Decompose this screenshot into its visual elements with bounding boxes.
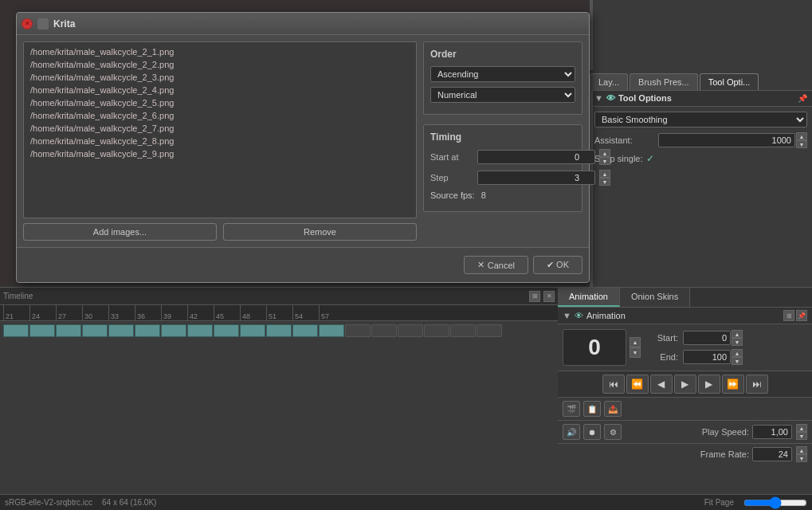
file-item-5[interactable]: /home/krita/male_walkcycle_2_5.png <box>27 96 413 109</box>
file-item-1[interactable]: /home/krita/male_walkcycle_2_1.png <box>27 45 413 58</box>
audio-btn[interactable]: 🔊 <box>563 424 580 440</box>
timeline-cell-1[interactable] <box>3 324 29 337</box>
eye-icon: 👁 <box>606 93 615 103</box>
timeline-cell-11[interactable] <box>266 324 292 337</box>
zoom-slider[interactable] <box>743 499 807 507</box>
end-input[interactable] <box>683 350 731 364</box>
order-type-select[interactable]: Numerical Alphabetical <box>430 87 575 103</box>
prev-keyframe-btn[interactable]: ⏪ <box>626 375 649 394</box>
start-down-btn[interactable]: ▼ <box>732 338 743 346</box>
step-down[interactable]: ▼ <box>599 178 610 186</box>
ok-button[interactable]: ✔ OK <box>533 256 583 274</box>
start-at-up[interactable]: ▲ <box>599 149 610 157</box>
cancel-button[interactable]: ✕ Cancel <box>464 256 528 274</box>
tab-animation[interactable]: Animation <box>558 288 620 307</box>
ruler-tick-57: 57 <box>319 305 345 320</box>
tab-layers[interactable]: Lay... <box>590 73 628 90</box>
start-at-input[interactable] <box>477 150 595 164</box>
timeline-ruler: 21 24 27 30 33 36 39 42 45 48 51 54 57 <box>0 305 558 321</box>
speed-area: Play Speed: ▲ ▼ <box>702 424 807 440</box>
frame-rate-down-btn[interactable]: ▼ <box>796 454 807 462</box>
settings-btn[interactable]: ⚙ <box>604 424 622 440</box>
assistant-up-btn[interactable]: ▲ <box>796 132 807 140</box>
timeline-cell-19[interactable] <box>477 324 502 337</box>
frame-up-btn[interactable]: ▲ <box>630 337 641 347</box>
timeline-expand-btn[interactable]: ⊞ <box>529 291 540 302</box>
timeline-cell-13[interactable] <box>319 324 344 337</box>
timeline-cell-2[interactable] <box>29 324 55 337</box>
timeline-area: Timeline ⊞ ✕ 21 24 27 30 33 36 39 42 45 … <box>0 287 558 510</box>
timeline-cell-6[interactable] <box>135 324 160 337</box>
panel-expand-btn[interactable]: ⊞ <box>783 310 794 321</box>
step-up[interactable]: ▲ <box>599 170 610 178</box>
timeline-cell-4[interactable] <box>82 324 108 337</box>
file-item-8[interactable]: /home/krita/male_walkcycle_2_8.png <box>27 135 413 147</box>
assistant-down-btn[interactable]: ▼ <box>796 140 807 148</box>
tab-brush-presets[interactable]: Brush Pres... <box>630 73 698 90</box>
file-item-2[interactable]: /home/krita/male_walkcycle_2_2.png <box>27 58 413 71</box>
smoothing-select[interactable]: Basic Smoothing Stabilizer None <box>594 112 807 128</box>
timeline-cell-16[interactable] <box>398 324 423 337</box>
remove-btn[interactable]: Remove <box>223 223 417 241</box>
tool-options-section: ▼ 👁 Tool Options 📌 Basic Smoothing Stabi… <box>590 90 812 174</box>
ruler-tick-24: 24 <box>29 305 56 320</box>
timeline-cell-8[interactable] <box>187 324 213 337</box>
assistant-row: Assistant: ▲ ▼ <box>594 132 807 148</box>
frame-rate-up-btn[interactable]: ▲ <box>796 446 807 454</box>
start-up-btn[interactable]: ▲ <box>732 330 743 338</box>
timeline-cell-7[interactable] <box>161 324 186 337</box>
frame-rate-input[interactable] <box>752 447 792 461</box>
timeline-cell-5[interactable] <box>108 324 134 337</box>
speed-down-btn[interactable]: ▼ <box>796 432 807 440</box>
timeline-cell-14[interactable] <box>345 324 371 337</box>
step-input[interactable] <box>477 171 595 185</box>
frame-rate-label: Frame Rate: <box>700 449 749 459</box>
tab-onion-skins[interactable]: Onion Skins <box>620 288 690 307</box>
skip-to-end-btn[interactable]: ⏭ <box>746 375 768 394</box>
timeline-cell-10[interactable] <box>240 324 265 337</box>
assistant-input[interactable] <box>658 133 795 147</box>
add-images-btn[interactable]: Add images... <box>23 223 217 241</box>
frame-down-btn[interactable]: ▼ <box>630 347 641 358</box>
dialog-titlebar: ✕ Krita <box>17 13 589 35</box>
file-item-7[interactable]: /home/krita/male_walkcycle_2_7.png <box>27 122 413 135</box>
timeline-cell-17[interactable] <box>424 324 449 337</box>
end-down-btn[interactable]: ▼ <box>732 357 743 365</box>
export-btn[interactable]: 📤 <box>604 401 622 417</box>
timeline-cell-12[interactable] <box>292 324 318 337</box>
start-at-row: Start at ▲ ▼ <box>430 149 575 165</box>
start-at-down[interactable]: ▼ <box>599 157 610 165</box>
play-btn[interactable]: ▶ <box>674 375 696 394</box>
end-up-btn[interactable]: ▲ <box>732 349 743 357</box>
next-frame-btn[interactable]: ▶ <box>698 375 720 394</box>
file-item-3[interactable]: /home/krita/male_walkcycle_2_3.png <box>27 71 413 84</box>
start-input[interactable] <box>683 331 731 345</box>
file-item-4[interactable]: /home/krita/male_walkcycle_2_4.png <box>27 84 413 96</box>
file-item-9[interactable]: /home/krita/male_walkcycle_2_9.png <box>27 147 413 160</box>
play-speed-input[interactable] <box>752 425 792 439</box>
order-direction-select[interactable]: Ascending Descending <box>430 66 575 82</box>
color-profile: sRGB-elle-V2-srqbtrc.icc <box>5 498 92 507</box>
file-item-6[interactable]: /home/krita/male_walkcycle_2_6.png <box>27 109 413 122</box>
timing-group: Timing Start at ▲ ▼ Step ▲ ▼ <box>423 124 583 212</box>
timeline-cell-3[interactable] <box>56 324 81 337</box>
timeline-close-btn[interactable]: ✕ <box>543 291 555 302</box>
tab-tool-options[interactable]: Tool Opti... <box>700 73 759 90</box>
copy-frame-btn[interactable]: 📋 <box>583 401 601 417</box>
panel-pin-btn[interactable]: 📌 <box>796 310 807 321</box>
order-numerical-row: Numerical Alphabetical <box>430 87 575 103</box>
timeline-cell-18[interactable] <box>450 324 476 337</box>
close-btn[interactable]: ✕ <box>22 18 33 29</box>
add-frame-btn[interactable]: 🎬 <box>563 401 580 417</box>
next-keyframe-btn[interactable]: ⏩ <box>722 375 744 394</box>
bottom-tools: 🎬 📋 📤 <box>558 398 812 421</box>
skip-to-start-btn[interactable]: ⏮ <box>602 375 625 394</box>
ruler-tick-27: 27 <box>56 305 82 320</box>
prev-frame-btn[interactable]: ◀ <box>650 375 673 394</box>
record-btn[interactable]: ⏺ <box>583 424 601 440</box>
timeline-cell-9[interactable] <box>214 324 239 337</box>
timeline-cell-15[interactable] <box>371 324 397 337</box>
dialog-title-text: Krita <box>53 18 75 29</box>
speed-up-btn[interactable]: ▲ <box>796 424 807 432</box>
pin-button[interactable]: 📌 <box>798 94 807 103</box>
